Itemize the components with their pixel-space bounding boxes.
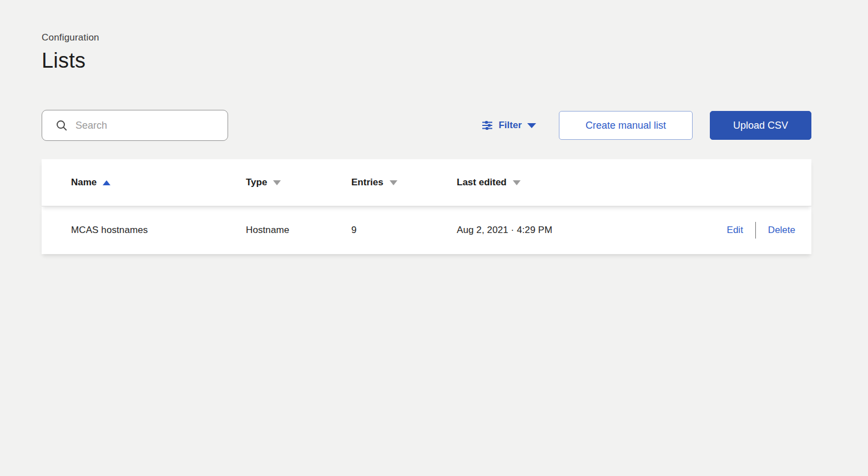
row-entries-cell: 9 bbox=[351, 225, 457, 236]
column-header-last-edited-label: Last edited bbox=[457, 177, 507, 188]
lists-table: Name Type Entries Last edited MCAS hostn… bbox=[42, 159, 811, 254]
table-row: MCAS hostnames Hostname 9 Aug 2, 2021 · … bbox=[42, 206, 811, 254]
triangle-down-icon bbox=[273, 180, 281, 185]
column-header-entries-label: Entries bbox=[351, 177, 383, 188]
column-header-entries[interactable]: Entries bbox=[351, 177, 457, 188]
filter-dropdown[interactable]: Filter bbox=[482, 120, 536, 131]
edit-link[interactable]: Edit bbox=[727, 225, 743, 236]
row-actions-cell: Edit Delete bbox=[727, 222, 811, 239]
column-header-name[interactable]: Name bbox=[71, 177, 246, 188]
page-title: Lists bbox=[42, 49, 811, 73]
chevron-down-icon bbox=[527, 123, 536, 128]
column-header-name-label: Name bbox=[71, 177, 97, 188]
column-header-last-edited[interactable]: Last edited bbox=[457, 177, 795, 188]
toolbar: Filter Create manual list Upload CSV bbox=[42, 110, 811, 141]
filter-label: Filter bbox=[498, 120, 522, 131]
triangle-down-icon bbox=[513, 180, 521, 185]
delete-link[interactable]: Delete bbox=[768, 225, 795, 236]
breadcrumb: Configuration bbox=[42, 0, 811, 43]
search-box[interactable] bbox=[42, 110, 228, 141]
action-divider bbox=[755, 222, 756, 239]
column-header-type[interactable]: Type bbox=[246, 177, 351, 188]
row-name-cell: MCAS hostnames bbox=[71, 225, 246, 236]
search-icon bbox=[55, 119, 68, 131]
row-type-cell: Hostname bbox=[246, 225, 351, 236]
column-header-type-label: Type bbox=[246, 177, 267, 188]
upload-csv-button[interactable]: Upload CSV bbox=[710, 111, 811, 140]
table-header-row: Name Type Entries Last edited bbox=[42, 159, 811, 206]
search-input[interactable] bbox=[75, 120, 219, 131]
row-last-edited-cell: Aug 2, 2021 · 4:29 PM bbox=[457, 225, 727, 236]
triangle-down-icon bbox=[390, 180, 397, 185]
create-manual-list-button[interactable]: Create manual list bbox=[559, 111, 693, 140]
sliders-icon bbox=[482, 120, 493, 131]
main-content: Configuration Lists bbox=[42, 0, 811, 254]
triangle-up-icon bbox=[103, 180, 110, 185]
